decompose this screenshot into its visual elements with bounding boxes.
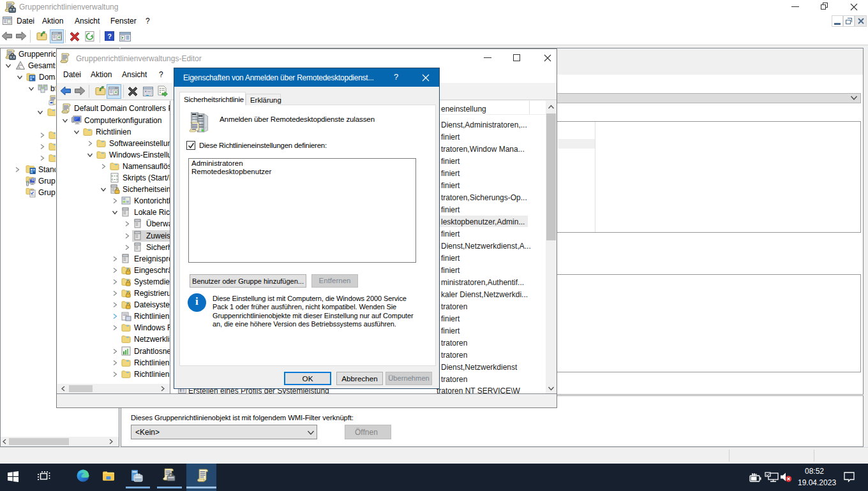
svg-text:?: ? <box>107 33 112 40</box>
